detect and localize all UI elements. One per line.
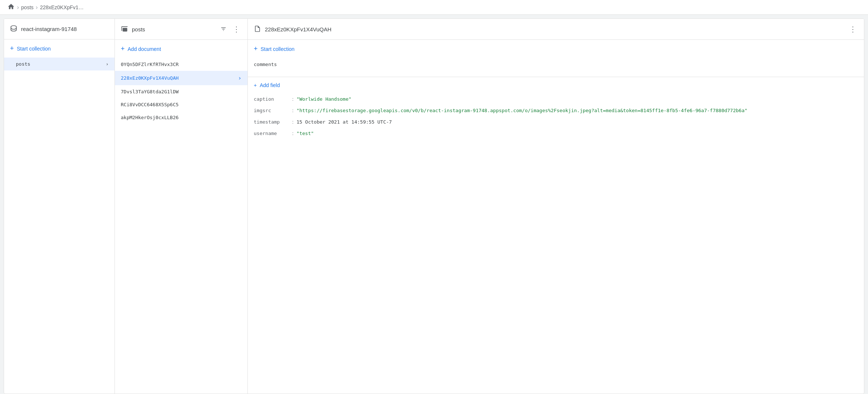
start-collection-plus-icon: + xyxy=(10,45,14,52)
middle-panel-header: posts ⋮ xyxy=(115,19,247,40)
document-item-4-label: akpM2HkerOsj0cxLLB26 xyxy=(121,115,179,120)
middle-panel-more-button[interactable]: ⋮ xyxy=(231,24,242,34)
right-start-collection-label: Start collection xyxy=(261,46,295,52)
left-panel-header-left: react-instagram-91748 xyxy=(10,25,77,33)
middle-panel-icons: ⋮ xyxy=(219,24,242,34)
document-item-4[interactable]: akpM2HkerOsj0cxLLB26 xyxy=(115,111,247,124)
collection-item-posts[interactable]: posts › xyxy=(4,58,115,70)
database-icon xyxy=(10,25,17,33)
left-panel-header: react-instagram-91748 xyxy=(4,19,115,39)
collection-icon xyxy=(121,25,128,34)
home-icon[interactable] xyxy=(7,3,15,11)
document-item-0[interactable]: 0YQn5DFZlrKfRTHvx3CR xyxy=(115,58,247,71)
breadcrumb-doc[interactable]: 228xEz0KXpFv1… xyxy=(40,4,83,10)
fields-section: + Add field caption : "Worlwide Handsome… xyxy=(248,77,864,139)
add-document-plus-icon: + xyxy=(121,45,125,53)
right-panel-three-dots-icon: ⋮ xyxy=(849,25,857,33)
breadcrumb-sep-1: › xyxy=(17,4,19,11)
middle-panel-title: posts xyxy=(132,26,145,32)
right-panel-icons: ⋮ xyxy=(848,24,858,34)
field-timestamp: timestamp : 15 October 2021 at 14:59:55 … xyxy=(248,116,864,128)
breadcrumb-bar: › posts › 228xEz0KXpFv1… xyxy=(0,0,868,15)
left-panel-title: react-instagram-91748 xyxy=(21,26,77,32)
field-caption: caption : "Worlwide Handsome" xyxy=(248,93,864,105)
document-item-1-chevron: › xyxy=(238,75,242,82)
document-item-2[interactable]: 7Dvsl3TaYG8tda2G1lDW xyxy=(115,85,247,98)
right-panel-header-left: 228xEz0KXpFv1X4VuQAH xyxy=(254,25,331,34)
add-field-button[interactable]: + Add field xyxy=(248,77,864,93)
right-start-collection-plus-icon: + xyxy=(254,45,258,53)
field-caption-key: caption xyxy=(254,96,291,102)
start-collection-button[interactable]: + Start collection xyxy=(4,39,115,58)
collection-item-posts-chevron: › xyxy=(106,61,109,67)
document-item-3-label: RCi8VvDCC6468X5Sp6C5 xyxy=(121,102,179,107)
left-panel: react-instagram-91748 + Start collection… xyxy=(4,19,115,394)
field-username-key: username xyxy=(254,131,291,136)
add-document-button[interactable]: + Add document xyxy=(115,40,247,58)
main-content: react-instagram-91748 + Start collection… xyxy=(4,18,864,394)
right-panel-header: 228xEz0KXpFv1X4VuQAH ⋮ xyxy=(248,19,864,40)
left-panel-body: + Start collection posts › xyxy=(4,39,115,394)
add-field-plus-icon: + xyxy=(254,82,257,88)
middle-panel-three-dots-icon: ⋮ xyxy=(233,25,240,33)
subcollection-comments-label: comments xyxy=(254,62,277,67)
field-username-value: "test" xyxy=(297,131,314,136)
collection-item-posts-label: posts xyxy=(16,61,30,67)
document-item-1-label: 228xEz0KXpFv1X4VuQAH xyxy=(121,75,179,81)
filter-button[interactable] xyxy=(219,24,228,34)
field-timestamp-colon: : xyxy=(292,119,294,125)
right-panel-title: 228xEz0KXpFv1X4VuQAH xyxy=(265,26,331,32)
breadcrumb: › posts › 228xEz0KXpFv1… xyxy=(7,3,83,11)
subcollections-section: + Start collection comments xyxy=(248,40,864,77)
right-panel: 228xEz0KXpFv1X4VuQAH ⋮ + Start collectio… xyxy=(248,19,864,394)
middle-panel: posts ⋮ + Add document 0YQn5DFZlrKfRTHvx… xyxy=(115,19,248,394)
document-item-0-label: 0YQn5DFZlrKfRTHvx3CR xyxy=(121,62,179,67)
middle-panel-body: + Add document 0YQn5DFZlrKfRTHvx3CR 228x… xyxy=(115,40,247,394)
field-caption-value: "Worlwide Handsome" xyxy=(297,96,352,102)
document-item-1[interactable]: 228xEz0KXpFv1X4VuQAH › xyxy=(115,71,247,85)
field-username-colon: : xyxy=(292,131,294,136)
field-imgsrc-value: "https://firebasestorage.googleapis.com/… xyxy=(297,108,748,113)
field-caption-colon: : xyxy=(292,96,294,102)
field-imgsrc-colon: : xyxy=(292,108,294,113)
add-document-label: Add document xyxy=(128,46,161,52)
document-icon xyxy=(254,25,261,34)
field-timestamp-key: timestamp xyxy=(254,119,291,125)
document-item-3[interactable]: RCi8VvDCC6468X5Sp6C5 xyxy=(115,98,247,111)
add-field-label: Add field xyxy=(260,82,280,88)
right-start-collection-button[interactable]: + Start collection xyxy=(248,40,864,58)
field-imgsrc-key: imgsrc xyxy=(254,108,291,113)
breadcrumb-posts[interactable]: posts xyxy=(21,4,33,10)
field-username: username : "test" xyxy=(248,128,864,139)
document-item-2-label: 7Dvsl3TaYG8tda2G1lDW xyxy=(121,89,179,94)
middle-panel-header-left: posts xyxy=(121,25,145,34)
right-panel-body: + Start collection comments + Add field … xyxy=(248,40,864,394)
breadcrumb-sep-2: › xyxy=(36,4,38,11)
subcollection-comments[interactable]: comments xyxy=(248,58,864,71)
right-panel-more-button[interactable]: ⋮ xyxy=(848,24,858,34)
field-imgsrc: imgsrc : "https://firebasestorage.google… xyxy=(248,105,864,116)
field-timestamp-value: 15 October 2021 at 14:59:55 UTC-7 xyxy=(297,119,392,125)
start-collection-label: Start collection xyxy=(17,46,51,52)
